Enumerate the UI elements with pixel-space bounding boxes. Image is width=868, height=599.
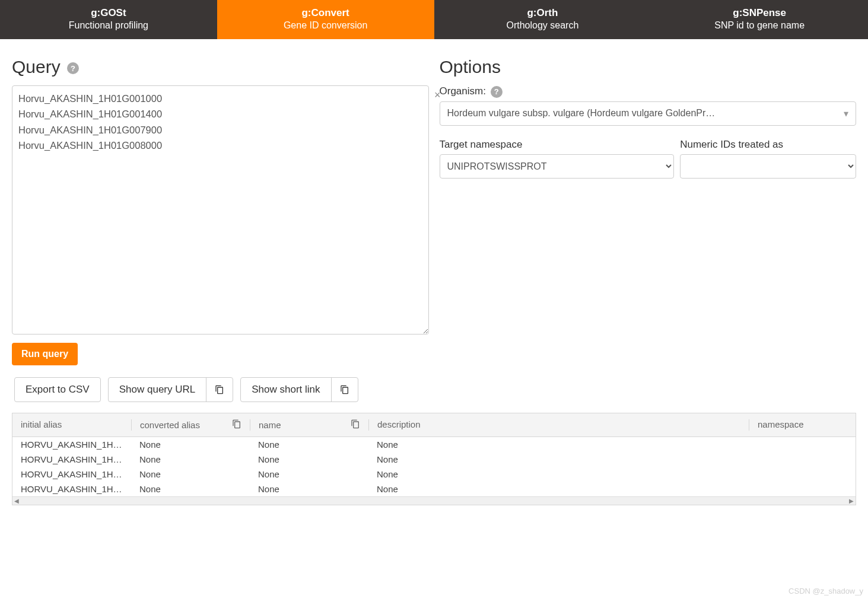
tab-title: g:Orth <box>434 7 651 19</box>
show-query-url-main[interactable]: Show query URL <box>109 378 206 402</box>
query-input[interactable] <box>12 85 429 334</box>
cell-converted-alias: None <box>131 439 250 450</box>
target-namespace-select[interactable]: UNIPROTSWISSPROT <box>440 154 675 179</box>
cell-converted-alias: None <box>131 484 250 494</box>
clipboard-icon[interactable] <box>331 378 358 402</box>
tab-title: g:Convert <box>217 7 434 19</box>
cell-name: None <box>250 469 368 479</box>
chevron-down-icon: ▾ <box>844 108 848 119</box>
tab-snpense[interactable]: g:SNPense SNP id to gene name <box>651 0 868 39</box>
numeric-ids-label: Numeric IDs treated as <box>680 139 856 151</box>
tab-gost[interactable]: g:GOSt Functional profiling <box>0 0 217 39</box>
col-description[interactable]: description <box>368 419 749 431</box>
show-short-link-main[interactable]: Show short link <box>241 378 330 402</box>
cell-converted-alias: None <box>131 454 250 464</box>
main-tabs: g:GOSt Functional profiling g:Convert Ge… <box>0 0 868 39</box>
scroll-left-icon[interactable]: ◀ <box>12 498 21 504</box>
cell-converted-alias: None <box>131 469 250 479</box>
cell-namespace <box>749 439 856 450</box>
cell-name: None <box>250 454 368 464</box>
cell-initial-alias: HORVU_AKASHIN_1H… <box>12 454 131 464</box>
table-row: HORVU_AKASHIN_1H…NoneNoneNone <box>12 467 856 482</box>
table-row: HORVU_AKASHIN_1H…NoneNoneNone <box>12 452 856 467</box>
horizontal-scrollbar[interactable]: ◀ ▶ <box>12 496 856 505</box>
clipboard-icon[interactable] <box>206 378 233 402</box>
help-icon[interactable]: ? <box>491 86 503 98</box>
tab-subtitle: Functional profiling <box>0 20 217 31</box>
cell-initial-alias: HORVU_AKASHIN_1H… <box>12 469 131 479</box>
clipboard-icon[interactable] <box>351 419 360 431</box>
cell-description: None <box>368 469 749 479</box>
cell-description: None <box>368 439 749 450</box>
query-heading: Query ? <box>12 57 429 77</box>
tab-convert[interactable]: g:Convert Gene ID conversion <box>217 0 434 39</box>
tab-subtitle: Gene ID conversion <box>217 20 434 31</box>
col-initial-alias[interactable]: initial alias <box>12 419 131 431</box>
tab-subtitle: Orthology search <box>434 20 651 31</box>
show-short-link-button: Show short link <box>240 377 358 402</box>
cell-initial-alias: HORVU_AKASHIN_1H… <box>12 484 131 494</box>
help-icon[interactable]: ? <box>67 62 79 74</box>
target-namespace-label: Target namespace <box>440 139 675 151</box>
cell-name: None <box>250 439 368 450</box>
results-header: initial alias converted alias name descr… <box>12 413 856 437</box>
col-namespace[interactable]: namespace <box>749 419 856 431</box>
cell-namespace <box>749 454 856 464</box>
col-converted-alias[interactable]: converted alias <box>131 419 250 431</box>
tab-subtitle: SNP id to gene name <box>651 20 868 31</box>
table-row: HORVU_AKASHIN_1H…NoneNoneNone <box>12 437 856 452</box>
show-query-url-button: Show query URL <box>108 377 234 402</box>
options-heading: Options <box>440 57 857 77</box>
export-csv-button[interactable]: Export to CSV <box>14 377 101 402</box>
cell-description: None <box>368 484 749 494</box>
cell-initial-alias: HORVU_AKASHIN_1H… <box>12 439 131 450</box>
organism-select[interactable]: Hordeum vulgare subsp. vulgare (Hordeum … <box>440 101 857 126</box>
cell-name: None <box>250 484 368 494</box>
table-row: HORVU_AKASHIN_1H…NoneNoneNone <box>12 482 856 496</box>
scroll-right-icon[interactable]: ▶ <box>847 498 856 504</box>
tab-title: g:SNPense <box>651 7 868 19</box>
col-name[interactable]: name <box>250 419 368 431</box>
clipboard-icon[interactable] <box>232 419 241 431</box>
tab-title: g:GOSt <box>0 7 217 19</box>
cell-namespace <box>749 469 856 479</box>
clear-icon[interactable]: × <box>434 89 441 101</box>
organism-label: Organism: ? <box>440 85 857 98</box>
tab-orth[interactable]: g:Orth Orthology search <box>434 0 651 39</box>
run-query-button[interactable]: Run query <box>12 343 78 365</box>
results-table: initial alias converted alias name descr… <box>12 413 856 505</box>
numeric-ids-select[interactable] <box>680 154 856 179</box>
cell-namespace <box>749 484 856 494</box>
cell-description: None <box>368 454 749 464</box>
